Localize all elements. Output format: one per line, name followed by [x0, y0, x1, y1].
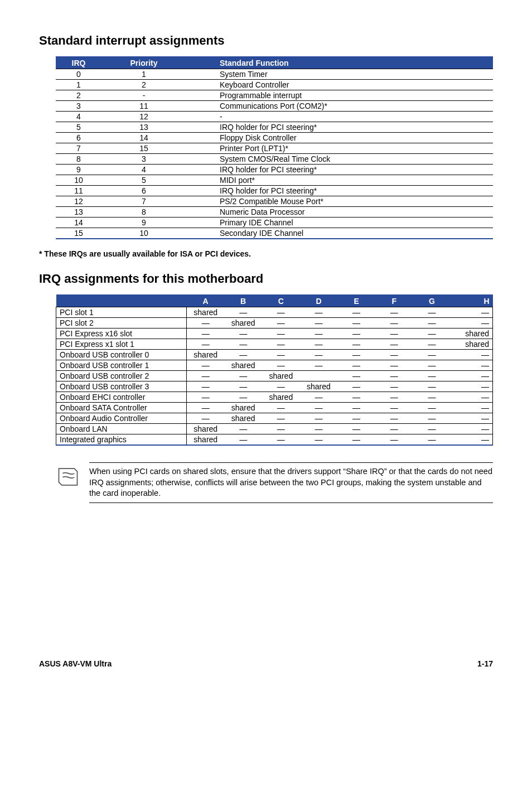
t2-cell: — [337, 339, 375, 350]
t2-cell: shared [262, 371, 300, 381]
t1-cell-func: Programmable interrupt [186, 90, 493, 101]
t1-header-priority: Priority [101, 57, 186, 69]
t2-cell: — [224, 350, 262, 360]
t2-cell: — [224, 434, 262, 446]
table-row: 127PS/2 Compatible Mouse Port* [56, 196, 493, 207]
t2-row-name: Onboard USB controller 2 [56, 371, 187, 381]
t1-cell-func: Keyboard Controller [186, 80, 493, 90]
t1-cell-irq: 12 [56, 196, 101, 207]
table-row: 513IRQ holder for PCI steering* [56, 122, 493, 133]
t1-cell-irq: 8 [56, 154, 101, 165]
irq-footnote: * These IRQs are usually available for I… [39, 249, 493, 258]
t1-cell-irq: 1 [56, 80, 101, 90]
t2-cell: — [262, 424, 300, 434]
t2-cell: — [375, 403, 413, 413]
t1-cell-pri: 8 [101, 207, 186, 218]
table-row: Onboard SATA Controller—shared—————— [56, 403, 493, 413]
t2-cell: — [451, 392, 492, 403]
t2-cell: — [187, 371, 225, 381]
t1-cell-pri: 14 [101, 133, 186, 143]
t2-cell: — [262, 328, 300, 339]
t2-cell: shared [187, 350, 225, 360]
footer-page: 1-17 [477, 659, 493, 668]
t2-cell: — [337, 413, 375, 424]
t2-cell: — [375, 424, 413, 434]
t1-cell-func: System CMOS/Real Time Clock [186, 154, 493, 165]
t1-cell-func: IRQ holder for PCI steering* [186, 186, 493, 196]
t2-cell: — [187, 403, 225, 413]
motherboard-irq-container: ABCDEFGH PCI slot 1shared———————PCI slot… [56, 294, 493, 446]
table-row: Onboard LANshared——————— [56, 424, 493, 434]
t1-cell-irq: 0 [56, 69, 101, 80]
t2-cell: — [224, 339, 262, 350]
t1-cell-pri: 13 [101, 122, 186, 133]
t2-cell: — [300, 307, 338, 318]
t1-cell-pri: 15 [101, 143, 186, 154]
t1-cell-pri: 3 [101, 154, 186, 165]
t2-row-name: PCI slot 2 [56, 318, 187, 328]
info-callout-text: When using PCI cards on shared slots, en… [89, 462, 493, 503]
t2-cell: — [187, 328, 225, 339]
t2-row-name: Onboard USB controller 0 [56, 350, 187, 360]
t2-cell: — [413, 318, 451, 328]
t2-cell: — [337, 392, 375, 403]
t2-row-name: Onboard LAN [56, 424, 187, 434]
t2-cell: — [300, 318, 338, 328]
table-row: 138Numeric Data Processor [56, 207, 493, 218]
t2-cell: — [300, 339, 338, 350]
table-row: 105MIDI port* [56, 175, 493, 186]
t1-cell-irq: 13 [56, 207, 101, 218]
t2-cell: — [451, 350, 492, 360]
t2-cell: — [413, 424, 451, 434]
t1-cell-func: Printer Port (LPT1)* [186, 143, 493, 154]
t2-cell: — [224, 371, 262, 381]
t2-cell: — [224, 328, 262, 339]
t2-cell: — [413, 371, 451, 381]
t1-cell-func: System Timer [186, 69, 493, 80]
table-row: 12Keyboard Controller [56, 80, 493, 90]
t1-header-irq: IRQ [56, 57, 101, 69]
t2-cell: shared [262, 392, 300, 403]
t2-cell: — [262, 307, 300, 318]
footer-model: ASUS A8V-VM Ultra [39, 659, 112, 668]
t2-row-name: Onboard EHCI controller [56, 392, 187, 403]
t2-cell: shared [224, 360, 262, 371]
irq-table-container: IRQ Priority Standard Function 01System … [56, 56, 493, 239]
t2-cell: — [451, 413, 492, 424]
t2-cell: — [375, 381, 413, 392]
table-row: Integrated graphicsshared——————— [56, 434, 493, 446]
table-row: 94IRQ holder for PCI steering* [56, 165, 493, 175]
t2-cell: — [300, 392, 338, 403]
t2-cell: — [413, 328, 451, 339]
t2-cell: — [413, 413, 451, 424]
t2-cell: — [375, 371, 413, 381]
t2-cell: — [451, 381, 492, 392]
table-row: PCI Express x16 slot———————shared [56, 328, 493, 339]
t1-cell-pri: 2 [101, 80, 186, 90]
info-callout: When using PCI cards on shared slots, en… [56, 462, 493, 503]
t2-header-f: F [375, 295, 413, 307]
t1-cell-irq: 14 [56, 218, 101, 228]
t1-cell-pri: 4 [101, 165, 186, 175]
t2-cell: — [262, 360, 300, 371]
t1-cell-pri: 12 [101, 112, 186, 122]
t1-cell-irq: 6 [56, 133, 101, 143]
t2-row-name: PCI Express x16 slot [56, 328, 187, 339]
t1-cell-func: PS/2 Compatible Mouse Port* [186, 196, 493, 207]
t1-cell-irq: 11 [56, 186, 101, 196]
t2-cell: — [375, 392, 413, 403]
t2-header-d: D [300, 295, 338, 307]
table-row: PCI slot 1shared——————— [56, 307, 493, 318]
t2-cell: — [375, 360, 413, 371]
t2-cell: — [413, 360, 451, 371]
table-row: Onboard USB controller 3———shared———— [56, 381, 493, 392]
t1-cell-irq: 15 [56, 228, 101, 239]
table-row: PCI slot 2—shared—————— [56, 318, 493, 328]
t2-cell: — [451, 360, 492, 371]
t2-cell: — [451, 403, 492, 413]
table-row: 614Floppy Disk Controller [56, 133, 493, 143]
t2-cell: — [187, 381, 225, 392]
t2-cell: — [375, 350, 413, 360]
t2-cell: shared [451, 328, 492, 339]
table-row: Onboard USB controller 0shared——————— [56, 350, 493, 360]
